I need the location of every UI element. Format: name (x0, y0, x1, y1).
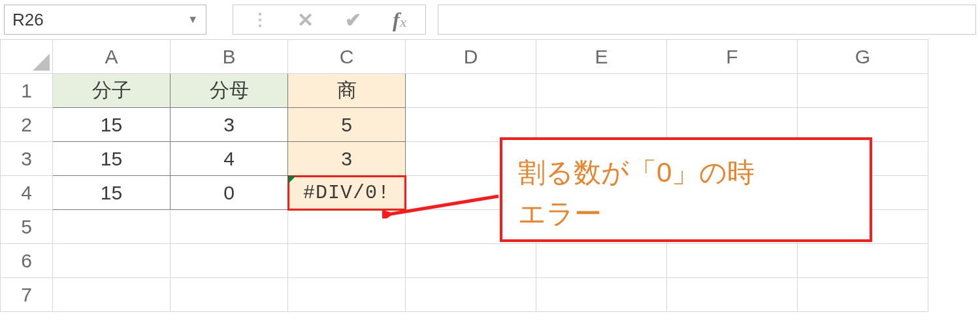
row-header-5[interactable]: 5 (1, 210, 53, 244)
grip-icon: ⋮ (252, 10, 266, 30)
row-header-1[interactable]: 1 (1, 74, 53, 108)
cell-C2[interactable]: 5 (288, 108, 406, 142)
cell-B4[interactable]: 0 (171, 176, 288, 210)
cell-A2[interactable]: 15 (53, 108, 171, 142)
cell-B1[interactable]: 分母 (171, 74, 288, 108)
row-header-4[interactable]: 4 (1, 176, 53, 210)
cell-A7[interactable] (53, 278, 171, 312)
cell-A3[interactable]: 15 (53, 142, 171, 176)
row-header-2[interactable]: 2 (1, 108, 53, 142)
cell-A4[interactable]: 15 (53, 176, 171, 210)
cell-F6[interactable] (667, 244, 798, 278)
annotation-callout: 割る数が「0」の時 エラー (500, 137, 872, 242)
cell-G2[interactable] (798, 108, 928, 142)
cell-C1[interactable]: 商 (288, 74, 406, 108)
cancel-icon[interactable]: ✕ (297, 9, 314, 31)
cell-C7[interactable] (288, 278, 406, 312)
cell-G1[interactable] (798, 74, 928, 108)
cell-C6[interactable] (288, 244, 406, 278)
cell-E2[interactable] (536, 108, 667, 142)
cell-C4-error[interactable]: #DIV/0! (288, 176, 406, 210)
cell-G7[interactable] (798, 278, 928, 312)
col-header-C[interactable]: C (288, 40, 406, 74)
name-box[interactable]: R26 ▼ (4, 5, 206, 35)
col-header-G[interactable]: G (798, 40, 928, 74)
col-header-B[interactable]: B (171, 40, 288, 74)
formula-bar: R26 ▼ ⋮ ✕ ✔ fx (0, 0, 980, 39)
cell-C3[interactable]: 3 (288, 142, 406, 176)
enter-icon[interactable]: ✔ (345, 9, 361, 31)
cell-B7[interactable] (171, 278, 288, 312)
select-all-corner[interactable] (1, 40, 53, 74)
cell-F7[interactable] (667, 278, 798, 312)
cell-B5[interactable] (171, 210, 288, 244)
cell-E6[interactable] (536, 244, 667, 278)
cell-B6[interactable] (171, 244, 288, 278)
chevron-down-icon[interactable]: ▼ (188, 14, 198, 26)
row-header-6[interactable]: 6 (1, 244, 53, 278)
col-header-A[interactable]: A (53, 40, 171, 74)
cell-E7[interactable] (536, 278, 667, 312)
formula-bar-buttons: ⋮ ✕ ✔ fx (233, 5, 426, 35)
row-header-3[interactable]: 3 (1, 142, 53, 176)
fx-icon[interactable]: fx (393, 8, 407, 32)
cell-A5[interactable] (53, 210, 171, 244)
cell-F2[interactable] (667, 108, 798, 142)
cell-B3[interactable]: 4 (171, 142, 288, 176)
formula-input[interactable] (438, 5, 976, 35)
row-header-7[interactable]: 7 (1, 278, 53, 312)
col-header-E[interactable]: E (536, 40, 667, 74)
cell-D1[interactable] (406, 74, 536, 108)
cell-D7[interactable] (406, 278, 536, 312)
cell-B2[interactable]: 3 (171, 108, 288, 142)
col-header-F[interactable]: F (667, 40, 798, 74)
cell-A1[interactable]: 分子 (53, 74, 171, 108)
name-box-value: R26 (12, 10, 44, 30)
cell-E1[interactable] (536, 74, 667, 108)
cell-D6[interactable] (406, 244, 536, 278)
col-header-D[interactable]: D (406, 40, 536, 74)
cell-C5[interactable] (288, 210, 406, 244)
cell-D2[interactable] (406, 108, 536, 142)
cell-A6[interactable] (53, 244, 171, 278)
cell-G6[interactable] (798, 244, 928, 278)
cell-F1[interactable] (667, 74, 798, 108)
